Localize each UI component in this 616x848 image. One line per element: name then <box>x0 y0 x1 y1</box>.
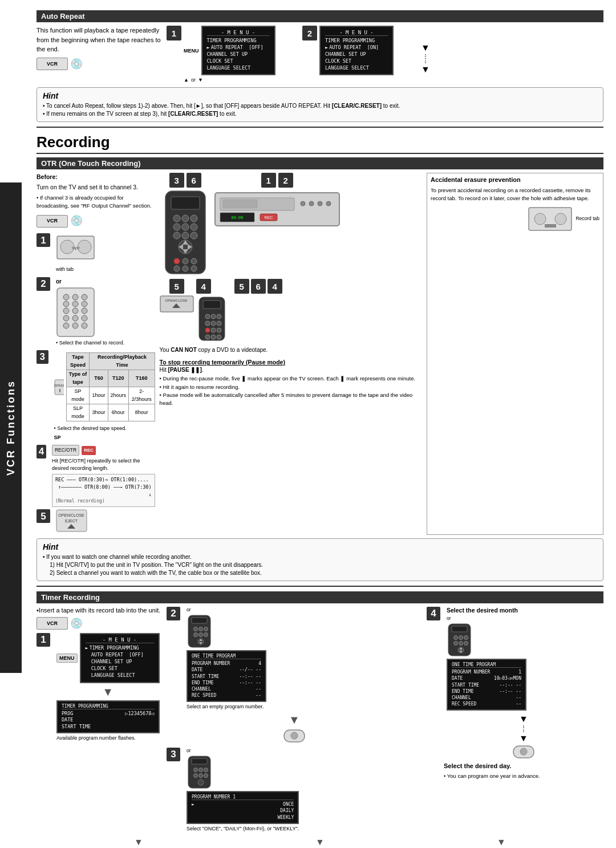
svg-point-44 <box>183 258 188 264</box>
svg-point-37 <box>191 232 197 239</box>
one-year-label: • You can program one year in advance. <box>444 773 603 779</box>
sp-indicator: SP <box>54 434 155 442</box>
before-note: • If channel 3 is already occupied for b… <box>37 194 155 210</box>
svg-point-34 <box>191 224 197 230</box>
bottom-arrows-row: ▼ ▼ ▼ ▼ ▼ ▼ <box>37 837 603 848</box>
rec-otr-button: REC/OTR <box>52 445 79 456</box>
select-month-label: Select the desired month <box>447 607 526 614</box>
svg-point-115 <box>520 748 527 755</box>
remote-main <box>160 190 211 275</box>
svg-point-106 <box>459 636 463 640</box>
svg-point-46 <box>174 266 180 271</box>
step3-top: 3 <box>169 173 184 188</box>
step4-text: Hit [REC/OTR] repeatedly to select the d… <box>52 457 155 472</box>
step4-screen: ONE TIME PROGRAM PROGRAM NUMBER1 DATE10▷… <box>447 659 526 711</box>
hint1-box: Hint • To cancel Auto Repeat, follow ste… <box>37 87 603 122</box>
timer-left: •Insert a tape with its record tab into … <box>37 607 162 744</box>
rec-diagram: REC ——— OTR(0:30)→ OTR(1:00).... ↑——————… <box>52 474 155 507</box>
svg-rect-20 <box>55 380 64 395</box>
recording-title: Recording <box>37 133 603 154</box>
svg-point-66 <box>211 314 216 319</box>
svg-point-35 <box>173 232 180 239</box>
remote-icon-center <box>167 729 422 744</box>
step-arrows-ar: ▼ ▼ <box>421 43 430 75</box>
menu-title-1: - M E N U - <box>207 30 270 36</box>
svg-point-71 <box>205 328 210 332</box>
tape-table: Tape Speed Recording/Playback Time Type … <box>66 352 155 421</box>
remote-arrows-1: ▲or▼ <box>184 77 275 83</box>
svg-point-88 <box>204 633 208 637</box>
step4-label-b: 4 <box>268 279 282 294</box>
main-content: Auto Repeat This function will playback … <box>37 10 603 848</box>
remote-timer2 <box>187 614 212 648</box>
tape-diagram-1: tape <box>56 233 96 262</box>
svg-point-5 <box>63 294 69 300</box>
svg-point-73 <box>217 328 221 332</box>
rec-otr-row: REC/OTR REC <box>52 445 155 456</box>
sp-t60: 1hour <box>90 387 108 404</box>
svg-point-99 <box>194 774 198 778</box>
cassette-icon-timer: 💿 <box>70 617 83 630</box>
slp-t160: 8hour <box>129 404 155 421</box>
auto-repeat-header: Auto Repeat <box>37 10 603 22</box>
timer-step4-content: Select the desired month or <box>447 607 526 711</box>
vcr-icon-timer: VCR <box>37 617 68 630</box>
timer-step1-content: MENU - M E N U - ► TIMER PROGRAMMING AUT… <box>56 633 160 741</box>
svg-point-53 <box>309 201 314 206</box>
step3-screen: PROGRAM NUMBER 1 ►ONCE DAILY WEEKLY <box>187 791 299 824</box>
accidental-text: To prevent accidental recording on a rec… <box>431 186 599 203</box>
sp-t120: 2hours <box>108 387 129 404</box>
svg-point-12 <box>72 308 78 314</box>
svg-point-96 <box>194 768 198 772</box>
hint2-lines: • If you want to watch one channel while… <box>43 553 597 577</box>
accidental-box: Accidental erasure prevention To prevent… <box>427 173 603 535</box>
step1-otr-mid: 1 <box>261 173 276 188</box>
with-tab-label: with tab <box>56 266 96 274</box>
svg-point-65 <box>205 314 210 319</box>
svg-point-105 <box>454 636 458 640</box>
vcr-sidebar: VCR Functions <box>0 182 22 673</box>
record-tab-label: Record tab <box>576 216 599 222</box>
timer-step3: 3 <box>167 748 180 761</box>
cannot-copy: You CAN NOT copy a DVD to a videotape. <box>160 346 422 354</box>
slp-t120: 6hour <box>108 404 129 421</box>
or-label-3: or <box>187 748 299 753</box>
svg-text:OPEN/CLOSE: OPEN/CLOSE <box>58 513 84 517</box>
svg-point-68 <box>205 321 210 326</box>
otr-middle: 3 6 <box>160 173 422 535</box>
timer-arrow1: ▼ <box>56 686 160 697</box>
rec-label: REC <box>82 446 96 455</box>
speed-dial-icon: SPEED <box>54 379 64 396</box>
timer-right: 4 Select the desired month or <box>427 607 603 779</box>
auto-repeat-text: This function will playback a tape repea… <box>37 26 162 54</box>
timer-step2-content: or <box>187 607 266 709</box>
cassette-tab-svg <box>528 205 573 233</box>
svg-point-54 <box>318 201 322 206</box>
svg-point-87 <box>199 633 203 637</box>
svg-point-36 <box>182 232 189 239</box>
menu-title-2: - M E N U - <box>325 30 388 36</box>
sp-mode-label: SP mode <box>66 387 90 404</box>
svg-rect-51 <box>223 200 257 208</box>
timer-middle: 2 or <box>167 607 422 831</box>
accidental-header: Accidental erasure prevention <box>431 176 599 184</box>
svg-point-10 <box>82 301 87 307</box>
svg-point-33 <box>182 224 189 230</box>
step2-num: 2 <box>302 26 317 40</box>
svg-point-30 <box>182 215 189 222</box>
page: VCR Functions Auto Repeat This function … <box>0 0 616 848</box>
svg-point-76 <box>217 335 221 339</box>
svg-point-101 <box>204 774 208 778</box>
otr-top-steps: 3 6 <box>160 173 422 275</box>
svg-point-9 <box>72 301 78 307</box>
svg-point-31 <box>191 215 197 222</box>
hint2-box: Hint • If you want to watch one channel … <box>37 538 603 581</box>
svg-point-45 <box>191 258 197 264</box>
svg-point-29 <box>173 215 180 222</box>
svg-point-18 <box>72 323 78 328</box>
timer-step3-content: or <box>187 748 299 831</box>
svg-point-109 <box>459 642 463 646</box>
before-label: Before: <box>37 173 155 182</box>
play-remote-icon <box>283 729 306 743</box>
otr-step4: 4 <box>37 445 46 459</box>
